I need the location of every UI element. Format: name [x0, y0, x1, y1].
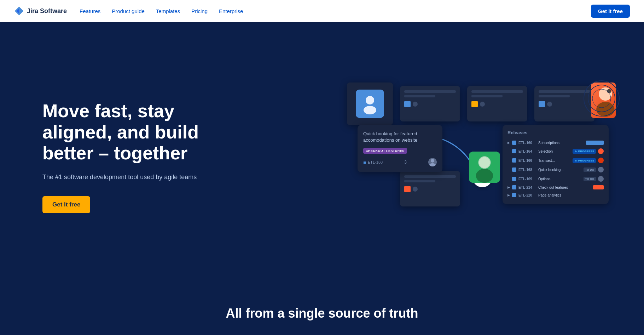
release-name-3: Quick booking... — [538, 168, 581, 172]
release-item-2: ▶ ETL-166 Transact... IN PROGRESS — [507, 156, 604, 165]
green-avatar-card — [469, 152, 500, 183]
release-icon-3 — [512, 168, 516, 172]
nav-link-product-guide[interactable]: Product guide — [112, 8, 145, 14]
release-name-0: Subscriptions — [538, 141, 584, 145]
release-name-1: Selection — [538, 149, 570, 153]
user-avatar-icon — [428, 158, 437, 166]
dot-blue-2 — [539, 101, 545, 107]
dot-gray-1 — [413, 102, 418, 107]
hero-text-block: Move fast, stay aligned, and build bette… — [42, 101, 219, 213]
release-bar-5 — [593, 185, 604, 189]
jira-ticket-icon: ◼ — [363, 160, 366, 164]
releases-title: Releases — [507, 130, 604, 135]
release-arrow-5: ▶ — [507, 186, 510, 189]
main-issue-card: Quick booking for featured accomodations… — [358, 125, 442, 172]
release-icon-6 — [512, 193, 516, 197]
release-status-4: TO DO — [584, 177, 596, 181]
release-item-1: ▶ ETL-164 Selection IN PROGRESS — [507, 147, 604, 156]
hero-section: Move fast, stay aligned, and build bette… — [0, 0, 644, 335]
nav-link-pricing[interactable]: Pricing — [191, 8, 208, 14]
release-item-3: ▶ ETL-168 Quick booking... TO DO — [507, 165, 604, 174]
avatar-blue-box — [356, 90, 384, 118]
release-avatar-4 — [598, 176, 604, 182]
release-icon-1 — [512, 149, 516, 153]
card-lines-1 — [404, 90, 456, 97]
dot-yellow-1 — [471, 101, 478, 107]
ticket-card-1 — [400, 86, 460, 121]
release-icon-4 — [512, 177, 516, 181]
dot-gray-3 — [547, 102, 552, 107]
hero-subtitle: The #1 software development tool used by… — [42, 172, 219, 182]
release-icon-2 — [512, 158, 516, 163]
person-icon — [359, 93, 381, 114]
svg-point-14 — [479, 157, 490, 168]
line-full-2 — [471, 90, 523, 93]
release-arrow-6: ▶ — [507, 193, 510, 197]
release-status-1: IN PROGRESS — [573, 149, 596, 154]
svg-point-10 — [429, 163, 436, 166]
hero-title: Move fast, stay aligned, and build bette… — [42, 101, 219, 164]
nav-left: Jira Software Features Product guide Tem… — [14, 6, 243, 16]
card-dots-1 — [404, 101, 456, 107]
nav-link-templates[interactable]: Templates — [156, 8, 180, 14]
nav-link-enterprise[interactable]: Enterprise — [219, 8, 243, 14]
svg-point-1 — [364, 106, 376, 114]
release-arrow-0: ▶ — [507, 141, 510, 144]
nav-links: Features Product guide Templates Pricing… — [80, 8, 243, 14]
nav-cta-button[interactable]: Get it free — [591, 5, 630, 18]
line-short-3 — [539, 95, 570, 97]
svg-point-13 — [476, 169, 493, 183]
deco-circles-svg — [582, 77, 621, 120]
release-id-3: ETL-168 — [518, 168, 536, 172]
release-id-4: ETL-169 — [518, 177, 536, 181]
issue-title: Quick booking for featured accomodations… — [363, 131, 437, 143]
dot-blue-1 — [404, 101, 411, 107]
issue-count: 3 — [404, 160, 407, 165]
avatar-card — [347, 83, 393, 125]
release-item-6: ▶ ETL-220 Page analytics — [507, 191, 604, 199]
release-id-5: ETL-214 — [518, 186, 536, 189]
green-person-icon — [469, 152, 500, 183]
svg-point-7 — [588, 85, 615, 112]
card-dots-2 — [471, 101, 523, 107]
issue-id-text: ETL-168 — [368, 160, 383, 164]
releases-panel: Releases ▶ ETL-160 Subscriptions ▶ ETL-1… — [503, 125, 609, 204]
release-status-3: TO DO — [584, 168, 596, 172]
release-avatar-3 — [598, 167, 604, 172]
card-dots-bottom — [404, 186, 456, 192]
release-avatar-1 — [598, 148, 604, 154]
svg-point-8 — [592, 89, 611, 108]
release-item-0: ▶ ETL-160 Subscriptions — [507, 139, 604, 147]
issue-id-block: ◼ ETL-168 — [363, 160, 383, 164]
release-name-4: Options — [538, 177, 581, 181]
card-lines-2 — [471, 90, 523, 97]
release-id-1: ETL-164 — [518, 149, 536, 153]
release-icon-5 — [512, 185, 516, 189]
dot-orange — [404, 186, 411, 192]
nav-link-features[interactable]: Features — [80, 8, 100, 14]
release-id-2: ETL-166 — [518, 159, 536, 163]
release-item-5: ▶ ETL-214 Check out features — [507, 183, 604, 191]
release-name-5: Check out features — [538, 186, 591, 189]
svg-point-6 — [584, 81, 619, 116]
line-full — [404, 90, 456, 93]
release-item-4: ▶ ETL-169 Options TO DO — [507, 174, 604, 183]
hero-cta-button[interactable]: Get it free — [42, 196, 90, 213]
svg-point-9 — [431, 159, 434, 163]
issue-footer: ◼ ETL-168 3 — [363, 158, 437, 166]
release-icon-0 — [512, 141, 516, 145]
release-status-2: IN PROGRESS — [573, 158, 596, 163]
release-id-0: ETL-160 — [518, 141, 536, 145]
release-avatar-2 — [598, 158, 604, 163]
release-id-6: ETL-220 — [518, 193, 536, 197]
release-name-2: Transact... — [538, 159, 570, 163]
line-short — [404, 95, 435, 97]
bottom-title: All from a single source of truth — [14, 306, 630, 321]
release-bar-0 — [586, 141, 604, 145]
jira-logo-icon — [14, 6, 24, 16]
hero-illustration: Quick booking for featured accomodations… — [347, 83, 616, 231]
dot-gray-2 — [480, 102, 485, 107]
release-name-6: Page analytics — [538, 193, 604, 197]
logo[interactable]: Jira Software — [14, 6, 67, 16]
svg-point-0 — [366, 96, 374, 104]
